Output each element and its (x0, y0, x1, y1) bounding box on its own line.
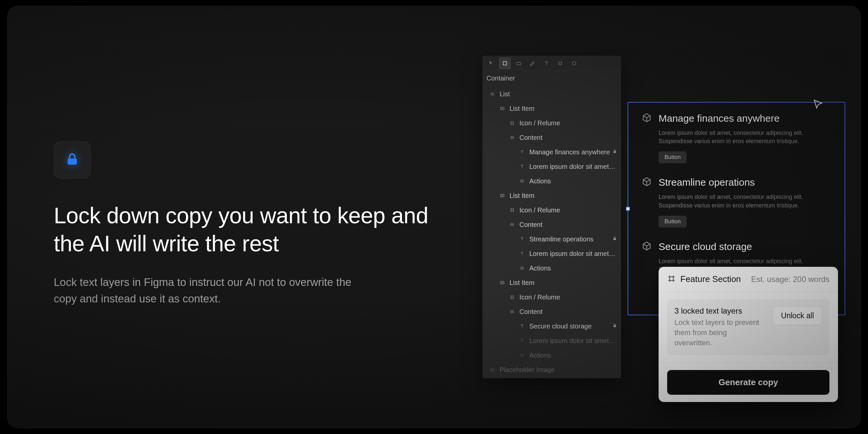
preview-title: Secure cloud storage (659, 241, 752, 252)
layer-row[interactable]: Content (483, 217, 621, 232)
layer-label: Content (519, 134, 617, 142)
preview-body: Lorem ipsum dolor sit amet, consectetur … (659, 193, 831, 209)
move-tool-icon[interactable] (485, 57, 497, 69)
text-icon (518, 338, 526, 343)
autolayout-icon (498, 106, 506, 111)
svg-rect-8 (501, 194, 502, 197)
layer-label: Actions (529, 351, 617, 359)
preview-feature-item: Manage finances anywhere Lorem ipsum dol… (642, 113, 831, 163)
text-icon (518, 164, 526, 169)
layer-label: Container (487, 74, 617, 82)
stack-icon (518, 352, 526, 358)
stack-icon (488, 91, 496, 97)
lock-badge (54, 142, 91, 178)
layer-label: Lorem ipsum dolor sit amet, conse… (529, 337, 617, 345)
preview-button[interactable]: Button (659, 216, 687, 227)
layer-label: List Item (509, 105, 617, 113)
popup-estimate: Est. usage: 200 words (751, 275, 829, 284)
svg-rect-11 (501, 281, 502, 284)
layers-list: List List Item Icon / Relume Content Man… (483, 85, 621, 378)
stack-icon (508, 309, 516, 314)
cursor-icon (812, 99, 824, 112)
layer-row[interactable]: List (483, 87, 621, 101)
layer-label: Streamline operations (529, 236, 612, 243)
layer-row[interactable]: List Item (483, 101, 621, 116)
cube-icon (642, 113, 652, 124)
figma-layers-panel: Container List List Item Icon / Relume C… (483, 56, 621, 378)
layer-label: List Item (509, 279, 617, 287)
preview-feature-item: Streamline operations Lorem ipsum dolor … (642, 177, 831, 227)
hero-subtitle: Lock text layers in Figma to instruct ou… (54, 274, 370, 307)
popup-header: Feature Section Est. usage: 200 words (659, 267, 838, 292)
text-icon (518, 149, 526, 155)
layer-row[interactable]: Content (483, 130, 621, 145)
cube-icon (642, 177, 652, 188)
svg-rect-5 (501, 107, 502, 110)
layer-row[interactable]: List Item (483, 188, 621, 203)
generate-copy-button[interactable]: Generate copy (667, 370, 829, 395)
cube-icon (642, 241, 652, 253)
svg-rect-7 (614, 151, 616, 153)
layer-label: Placeholder Image (500, 366, 617, 374)
layer-container[interactable]: Container (483, 71, 621, 85)
selection-handle-icon[interactable] (626, 207, 630, 211)
hand-tool-icon[interactable] (554, 57, 566, 69)
stack-icon (508, 135, 516, 140)
locked-description: Lock text layers to prevent them from be… (674, 318, 766, 348)
layer-label: Content (519, 221, 617, 228)
layer-label: Content (519, 308, 617, 316)
layer-row[interactable]: Icon / Relume (483, 290, 621, 304)
layer-label: Icon / Relume (519, 293, 617, 301)
pen-tool-icon[interactable] (527, 57, 538, 69)
text-icon (518, 251, 526, 256)
hero-text-block: Lock down copy you want to keep and the … (54, 142, 436, 307)
svg-rect-1 (503, 61, 507, 65)
frame-icon (508, 208, 516, 213)
layer-row[interactable]: Lorem ipsum dolor sit amet, conse… (483, 333, 621, 348)
frame-icon (508, 294, 516, 300)
layer-label: Icon / Relume (519, 207, 617, 214)
text-tool-icon[interactable] (540, 57, 552, 69)
lock-icon (612, 236, 617, 242)
autolayout-icon (498, 193, 506, 198)
preview-title: Streamline operations (659, 177, 755, 188)
locked-count-title: 3 locked text layers (674, 306, 766, 316)
svg-rect-13 (614, 325, 616, 327)
frame-icon (667, 274, 676, 284)
stack-icon (518, 266, 526, 271)
shape-tool-icon[interactable] (513, 57, 525, 69)
layer-row[interactable]: Actions (483, 261, 621, 275)
layer-row[interactable]: Secure cloud storage (483, 319, 621, 333)
figma-toolbar (483, 56, 621, 71)
generate-popup: Feature Section Est. usage: 200 words 3 … (659, 267, 838, 402)
frame-icon (508, 120, 516, 126)
layer-row[interactable]: Icon / Relume (483, 203, 621, 217)
preview-button[interactable]: Button (659, 151, 687, 163)
layer-row[interactable]: Placeholder Image (483, 363, 621, 377)
layer-row[interactable]: Actions (483, 348, 621, 363)
frame-tool-icon[interactable] (499, 57, 511, 69)
layer-label: Actions (529, 265, 617, 272)
lock-icon (64, 151, 80, 168)
layer-label: Actions (529, 178, 617, 185)
svg-point-4 (572, 61, 576, 65)
layer-row[interactable]: Manage finances anywhere (483, 145, 621, 159)
feature-frame: Lock down copy you want to keep and the … (7, 6, 861, 428)
layer-row[interactable]: Icon / Relume (483, 116, 621, 130)
svg-rect-6 (503, 107, 504, 110)
layer-label: Manage finances anywhere (529, 148, 612, 156)
lock-icon (612, 149, 617, 155)
text-icon (518, 237, 526, 242)
stack-icon (518, 178, 526, 184)
svg-rect-9 (503, 194, 504, 197)
layer-row[interactable]: Lorem ipsum dolor sit amet, conse… (483, 159, 621, 174)
preview-body: Lorem ipsum dolor sit amet, consectetur … (659, 129, 831, 146)
layer-row[interactable]: Streamline operations (483, 232, 621, 246)
autolayout-icon (498, 280, 506, 285)
layer-row[interactable]: Lorem ipsum dolor sit amet, conse… (483, 246, 621, 261)
comment-tool-icon[interactable] (568, 57, 580, 69)
unlock-all-button[interactable]: Unlock all (773, 306, 822, 325)
layer-row[interactable]: Actions (483, 174, 621, 188)
layer-row[interactable]: Content (483, 304, 621, 319)
layer-row[interactable]: List Item (483, 275, 621, 290)
